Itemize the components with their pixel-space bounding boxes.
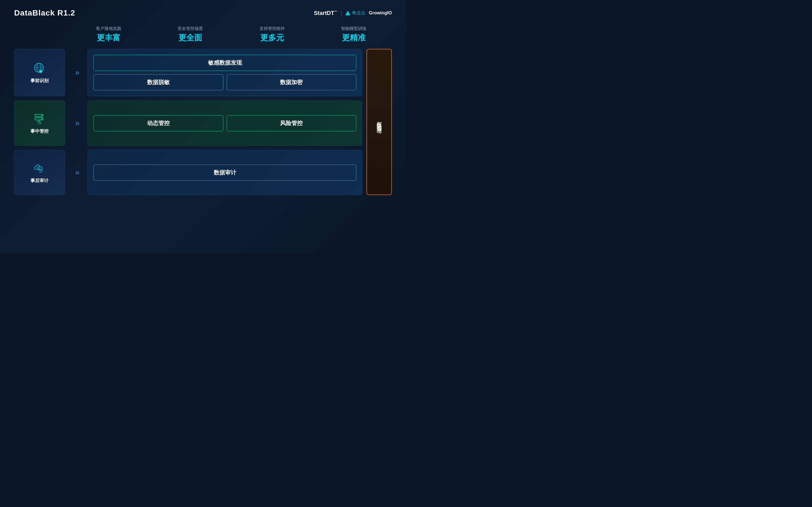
brand-growing: GrowingIO — [369, 10, 392, 15]
col-sub-4: 智能模型训练 — [316, 26, 392, 31]
cloud-icon — [33, 162, 46, 175]
qidian-icon — [345, 11, 350, 15]
col-header-4: 智能模型训练 更精准 — [316, 26, 392, 43]
svg-point-14 — [40, 170, 42, 171]
arrow-3: » — [69, 150, 83, 195]
page-background: DataBlack R1.2 StartDT™ | 奇点云 GrowingIO … — [0, 0, 406, 253]
box-data-audit: 数据审计 — [94, 165, 356, 181]
right-side-panel: 权限管理 — [366, 49, 392, 195]
rows-container: 事前识别 » 敏感数据发现 数据脱敏 数据加密 — [14, 49, 362, 195]
post-audit-label: 事后审计 — [31, 178, 49, 184]
page-title: DataBlack R1.2 — [14, 8, 75, 17]
row-post-audit: 事后审计 » 数据审计 — [14, 150, 362, 195]
label-post-audit: 事后审计 — [14, 150, 65, 195]
header: DataBlack R1.2 StartDT™ | 奇点云 GrowingIO — [14, 8, 392, 17]
content-area: 事前识别 » 敏感数据发现 数据脱敏 数据加密 — [14, 49, 392, 195]
pre-identify-label: 事前识别 — [31, 78, 49, 84]
box-dynamic-control: 动态管控 — [94, 115, 223, 131]
row-pre-identify: 事前识别 » 敏感数据发现 数据脱敏 数据加密 — [14, 49, 362, 96]
box-sensitive-data: 敏感数据发现 — [94, 55, 356, 71]
row-mid-control: 事中管控 » 动态管控 风险管控 — [14, 101, 362, 146]
panel-pre-identify: 敏感数据发现 数据脱敏 数据加密 — [88, 49, 362, 96]
col-main-1: 更丰富 — [71, 33, 147, 43]
arrow-1: » — [69, 49, 83, 96]
globe-shield-icon — [33, 62, 46, 75]
panel-post-audit: 数据审计 — [88, 150, 362, 195]
label-mid-control: 事中管控 — [14, 101, 65, 146]
col-main-3: 更多元 — [234, 33, 310, 43]
rights-management-label: 权限管理 — [376, 117, 383, 126]
box-risk-control: 风险管控 — [227, 115, 357, 131]
brand-qidian: 奇点云 — [345, 10, 365, 16]
svg-point-12 — [38, 167, 39, 168]
col-header-2: 安全管控场景 更全面 — [153, 26, 229, 43]
box-data-desensitize: 数据脱敏 — [94, 74, 223, 90]
column-headers: 客户落地实践 更丰富 安全管控场景 更全面 支持管控组件 更多元 智能模型训练 … — [14, 26, 392, 43]
col-header-3: 支持管控组件 更多元 — [234, 26, 310, 43]
double-arrow-icon-3: » — [75, 168, 77, 177]
double-arrow-icon-2: » — [75, 119, 77, 128]
boxes-row-2: 动态管控 风险管控 — [94, 115, 356, 131]
col-sub-3: 支持管控组件 — [234, 26, 310, 31]
brand-logos: StartDT™ | 奇点云 GrowingIO — [314, 10, 392, 16]
mid-control-label: 事中管控 — [31, 128, 49, 134]
boxes-row-1: 数据脱敏 数据加密 — [94, 74, 356, 90]
label-pre-identify: 事前识别 — [14, 49, 65, 96]
double-arrow-icon-1: » — [75, 68, 77, 77]
arrow-2: » — [69, 101, 83, 146]
col-header-1: 客户落地实践 更丰富 — [71, 26, 147, 43]
col-sub-1: 客户落地实践 — [71, 26, 147, 31]
col-sub-2: 安全管控场景 — [153, 26, 229, 31]
svg-point-8 — [41, 118, 42, 119]
col-main-4: 更精准 — [316, 33, 392, 43]
svg-point-7 — [41, 115, 42, 116]
box-data-encrypt: 数据加密 — [227, 74, 357, 90]
brand-startdt: StartDT™ — [314, 10, 337, 16]
brand-divider: | — [341, 10, 342, 16]
panel-mid-control: 动态管控 风险管控 — [88, 101, 362, 146]
col-main-2: 更全面 — [153, 33, 229, 43]
server-icon — [33, 112, 46, 126]
